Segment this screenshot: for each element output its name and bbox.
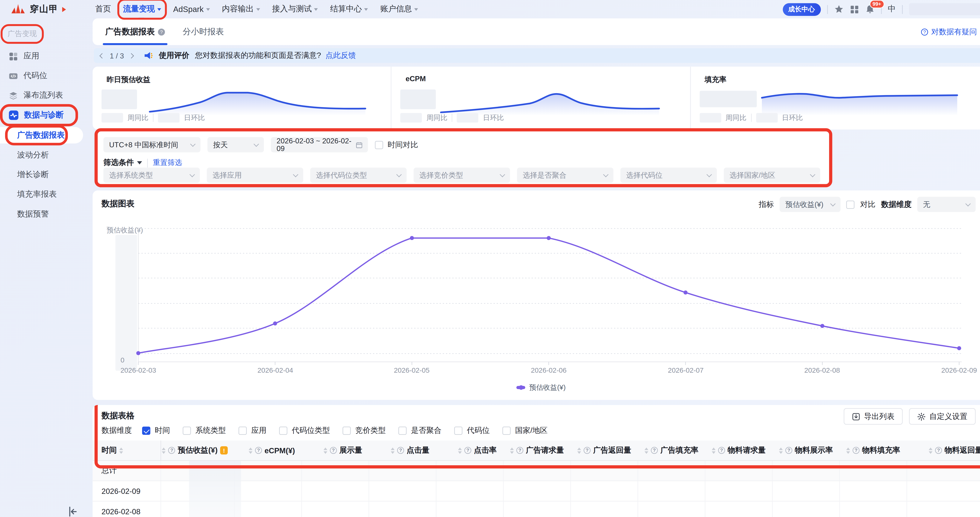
nav-item-monetization[interactable]: 流量变现	[123, 4, 161, 14]
sidebar-subitem-growth-diagnosis[interactable]: 增长诊断	[0, 165, 92, 185]
checkbox[interactable]	[279, 427, 287, 435]
column-header-clicks[interactable]: ? 点击量	[369, 440, 436, 460]
favorite-star-icon[interactable]	[834, 5, 843, 14]
nav-item-adspark[interactable]: AdSpark	[173, 5, 210, 14]
slot-type-select[interactable]: 选择代码位类型	[310, 168, 407, 183]
account-name-redacted[interactable]	[909, 3, 980, 15]
sort-icon[interactable]	[846, 447, 850, 453]
question-circle-icon[interactable]: ?	[397, 447, 404, 454]
nav-item-account-info[interactable]: 账户信息	[380, 4, 418, 14]
filter-conditions-toggle[interactable]: 筛选条件	[103, 158, 142, 168]
column-header-material-returns[interactable]: ? 物料返回量	[907, 440, 980, 460]
sidebar-subitem-fill-rate-report[interactable]: 填充率报表	[0, 185, 92, 204]
growth-center-button[interactable]: 成长中心	[783, 3, 821, 16]
data-point[interactable]	[547, 236, 551, 240]
column-header-revenue[interactable]: ? 预估收益(¥) !	[161, 440, 235, 460]
sort-icon[interactable]	[577, 447, 581, 453]
sidebar-collapse-icon[interactable]	[68, 506, 78, 517]
question-circle-icon[interactable]: ?	[584, 447, 591, 454]
nav-item-content-output[interactable]: 内容输出	[222, 4, 260, 14]
sort-icon[interactable]	[119, 447, 123, 453]
question-circle-icon[interactable]: ?	[169, 447, 175, 454]
nav-item-integration-test[interactable]: 接入与测试	[272, 4, 318, 14]
sort-icon[interactable]	[929, 447, 932, 453]
time-compare-checkbox[interactable]	[375, 140, 383, 149]
checkbox[interactable]	[183, 427, 191, 435]
sidebar-item-waterfall[interactable]: 瀑布流列表	[0, 86, 92, 105]
sidebar-subitem-ad-report[interactable]: 广告数据报表	[0, 127, 83, 144]
checkbox[interactable]	[343, 427, 351, 435]
brand-logo[interactable]: 穿山甲	[0, 3, 66, 15]
notification-bell-icon[interactable]: 99+	[865, 5, 875, 14]
timezone-select[interactable]: UTC+8 中国标准时间	[103, 137, 200, 152]
help-icon[interactable]: ?	[158, 28, 165, 35]
checkbox[interactable]	[398, 427, 407, 435]
language-switch[interactable]: 中	[888, 4, 896, 14]
tab-hourly-report[interactable]: 分小时报表	[183, 18, 224, 45]
dimension-country[interactable]: 国家/地区	[502, 425, 547, 436]
dimension-bid-type[interactable]: 竞价类型	[343, 425, 386, 436]
sidebar-subitem-data-alert[interactable]: 数据预警	[0, 204, 92, 224]
dimension-time[interactable]: 时间	[142, 425, 170, 436]
app-select[interactable]: 选择应用	[207, 168, 303, 183]
date-range-picker[interactable]: 2026-02-03 ~ 2026-02-09	[271, 137, 368, 152]
sort-icon[interactable]	[712, 447, 715, 453]
chart-legend[interactable]: 预估收益(¥)	[93, 383, 980, 393]
sort-icon[interactable]	[458, 447, 462, 453]
banner-feedback-link[interactable]: 点此反馈	[326, 50, 356, 61]
column-header-material-impression-rate[interactable]: ? 物料展示率	[773, 440, 840, 460]
dimension-slot[interactable]: 代码位	[454, 425, 490, 436]
data-point[interactable]	[136, 351, 140, 355]
checkbox[interactable]	[502, 427, 511, 435]
question-circle-icon[interactable]: ?	[465, 447, 471, 454]
column-header-ad-returns[interactable]: ? 广告返回量	[571, 440, 638, 460]
data-point[interactable]	[957, 346, 961, 350]
sort-icon[interactable]	[779, 447, 783, 453]
sort-icon[interactable]	[324, 447, 327, 453]
tab-ad-data-report[interactable]: 广告数据报表 ?	[105, 18, 165, 45]
bid-type-select[interactable]: 选择竞价类型	[414, 168, 510, 183]
question-circle-icon[interactable]: ?	[785, 447, 792, 454]
export-list-button[interactable]: 导出列表	[844, 408, 903, 424]
question-circle-icon[interactable]: ?	[935, 447, 942, 454]
banner-next-icon[interactable]	[129, 53, 134, 58]
sidebar-item-data-diagnosis[interactable]: 数据与诊断	[0, 105, 92, 125]
column-header-ad-fill-rate[interactable]: ? 广告填充率	[638, 440, 705, 460]
slot-select[interactable]: 选择代码位	[620, 168, 717, 183]
apps-grid-icon[interactable]	[850, 5, 859, 14]
custom-settings-button[interactable]: 自定义设置	[909, 408, 976, 424]
banner-prev-icon[interactable]	[99, 53, 105, 58]
data-point[interactable]	[410, 236, 414, 240]
chart-dimension-select[interactable]: 无	[917, 197, 976, 212]
sort-icon[interactable]	[510, 447, 514, 453]
question-circle-icon[interactable]: ?	[651, 447, 658, 454]
checkbox[interactable]	[454, 427, 462, 435]
question-circle-icon[interactable]: ?	[517, 447, 523, 454]
dimension-app[interactable]: 应用	[239, 425, 266, 436]
question-circle-icon[interactable]: ?	[330, 447, 337, 454]
column-header-ctr[interactable]: ? 点击率	[436, 440, 504, 460]
column-header-material-requests[interactable]: ? 物料请求量	[705, 440, 773, 460]
sort-icon[interactable]	[391, 447, 395, 453]
column-header-time[interactable]: 时间	[93, 440, 161, 460]
metric-select[interactable]: 预估收益(¥)	[780, 197, 841, 212]
column-header-ad-requests[interactable]: ? 广告请求量	[504, 440, 571, 460]
dimension-slot-type[interactable]: 代码位类型	[279, 425, 330, 436]
aggregation-select[interactable]: 选择是否聚合	[517, 168, 614, 183]
checkbox-checked[interactable]	[142, 427, 150, 435]
granularity-select[interactable]: 按天	[207, 137, 264, 152]
column-header-material-fill-rate[interactable]: ? 物料填充率	[840, 440, 907, 460]
data-point[interactable]	[684, 290, 687, 295]
question-circle-icon[interactable]: ?	[718, 447, 725, 454]
nav-item-home[interactable]: 首页	[95, 4, 111, 14]
sidebar-item-apps[interactable]: 应用	[0, 46, 92, 66]
data-point[interactable]	[273, 321, 277, 326]
dimension-os-type[interactable]: 系统类型	[183, 425, 226, 436]
checkbox[interactable]	[239, 427, 247, 435]
sort-icon[interactable]	[644, 447, 648, 453]
question-circle-icon[interactable]: ?	[853, 447, 860, 454]
sidebar-subitem-fluctuation[interactable]: 波动分析	[0, 145, 92, 165]
question-circle-icon[interactable]: ?	[255, 447, 262, 454]
nav-item-settlement[interactable]: 结算中心	[330, 4, 368, 14]
chart-compare-checkbox[interactable]	[846, 200, 854, 209]
